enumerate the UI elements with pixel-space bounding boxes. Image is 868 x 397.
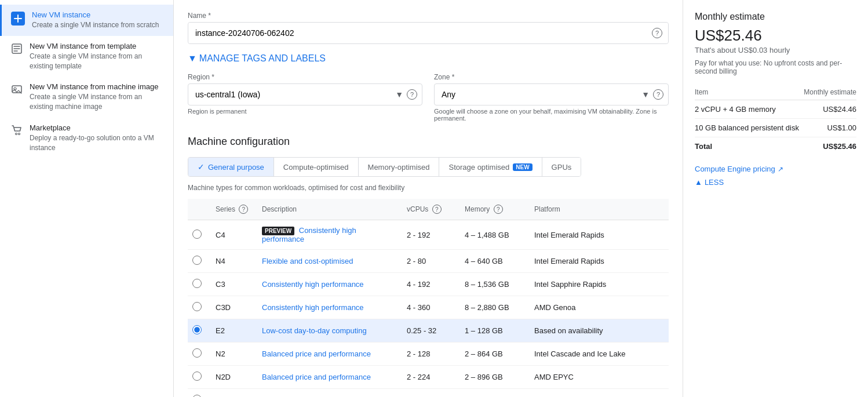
series-name-cell: E2 bbox=[211, 319, 257, 343]
name-input[interactable] bbox=[188, 23, 668, 43]
estimate-item-price: US$24.46 bbox=[802, 100, 856, 119]
name-help-icon[interactable]: ? bbox=[652, 28, 662, 38]
series-name-C4: C4 bbox=[216, 231, 225, 239]
series-name-cell: C3D bbox=[211, 296, 257, 319]
external-link-icon: ↗ bbox=[778, 165, 783, 173]
tab-memory-optimised[interactable]: Memory-optimised bbox=[359, 158, 440, 176]
pricing-link-text: Compute Engine pricing bbox=[695, 165, 775, 173]
description-cell: PREVIEW Consistently high performance bbox=[257, 220, 402, 250]
region-zone-row: Region * us-central1 (Iowa) ▼ ? Region i… bbox=[188, 73, 669, 122]
desc-link-C3D[interactable]: Consistently high performance bbox=[262, 303, 364, 312]
series-radio-T2A[interactable] bbox=[192, 395, 202, 397]
series-name-cell: C4 bbox=[211, 220, 257, 250]
memory-cell: 4 – 1,488 GB bbox=[460, 220, 530, 250]
th-platform: Platform bbox=[530, 199, 669, 220]
platform-cell: Intel Emerald Rapids bbox=[530, 250, 669, 273]
desc-link-N2[interactable]: Balanced price and performance bbox=[262, 349, 371, 358]
zone-label: Zone * bbox=[434, 73, 669, 81]
tab-general-purpose[interactable]: ✓ General purpose bbox=[188, 158, 274, 176]
manage-tags-button[interactable]: ▼ MANAGE TAGS AND LABELS bbox=[188, 53, 669, 64]
tab-compute-optimised[interactable]: Compute-optimised bbox=[274, 158, 359, 176]
desc-link-N4[interactable]: Flexible and cost-optimised bbox=[262, 257, 353, 265]
desc-link-E2[interactable]: Low-cost day-to-day computing bbox=[262, 326, 367, 335]
series-radio-E2[interactable] bbox=[192, 325, 202, 334]
tab-storage-optimised[interactable]: Storage optimised NEW bbox=[439, 158, 542, 176]
zone-select[interactable]: Any bbox=[435, 84, 668, 105]
desc-link-C3[interactable]: Consistently high performance bbox=[262, 280, 364, 289]
svg-point-4 bbox=[19, 133, 20, 134]
description-cell: Scale-out workloads bbox=[257, 389, 402, 398]
sidebar: New VM instance Create a single VM insta… bbox=[0, 0, 174, 397]
memory-cell: 4 – 192 GB bbox=[460, 389, 530, 398]
vcpus-cell: 2 - 80 bbox=[402, 250, 460, 273]
tab-gpus[interactable]: GPUs bbox=[542, 158, 581, 176]
svg-point-3 bbox=[16, 133, 17, 134]
memory-cell: 8 – 2,880 GB bbox=[460, 296, 530, 319]
series-radio-N4[interactable] bbox=[192, 256, 202, 265]
region-label: Region * bbox=[188, 73, 422, 81]
series-name-cell: C3 bbox=[211, 273, 257, 296]
radio-cell bbox=[188, 319, 211, 343]
region-select-wrapper: us-central1 (Iowa) ▼ ? bbox=[188, 83, 422, 105]
new-badge: NEW bbox=[513, 163, 532, 171]
series-radio-C4[interactable] bbox=[192, 230, 202, 239]
platform-cell: Based on availability bbox=[530, 319, 669, 343]
sidebar-item-marketplace-desc: Deploy a ready-to-go solution onto a VM … bbox=[30, 133, 164, 153]
vcpus-cell: 1 - 48 bbox=[402, 389, 460, 398]
vcpus-help-icon[interactable]: ? bbox=[432, 205, 442, 214]
region-hint: Region is permanent bbox=[188, 108, 422, 115]
tab-storage-label: Storage optimised bbox=[448, 163, 509, 172]
series-radio-C3[interactable] bbox=[192, 279, 202, 288]
image-icon bbox=[11, 83, 23, 95]
machine-series-table: Series ? Description vCPUs ? Memory ? Pl… bbox=[188, 199, 669, 397]
table-row: C3D Consistently high performance 4 - 36… bbox=[188, 296, 669, 319]
series-name-cell: N2D bbox=[211, 366, 257, 389]
zone-help-icon[interactable]: ? bbox=[653, 89, 663, 100]
table-row: C3 Consistently high performance 4 - 192… bbox=[188, 273, 669, 296]
tab-compute-label: Compute-optimised bbox=[283, 163, 349, 172]
th-vcpus: vCPUs ? bbox=[402, 199, 460, 220]
series-radio-C3D[interactable] bbox=[192, 302, 202, 311]
zone-hint: Google will choose a zone on your behalf… bbox=[434, 108, 669, 122]
region-select[interactable]: us-central1 (Iowa) bbox=[188, 84, 422, 105]
platform-cell: AMD EPYC bbox=[530, 366, 669, 389]
template-icon bbox=[11, 43, 23, 54]
table-row: N4 Flexible and cost-optimised 2 - 80 4 … bbox=[188, 250, 669, 273]
chevron-up-icon: ▲ bbox=[695, 178, 702, 187]
series-radio-N2D[interactable] bbox=[192, 371, 202, 381]
radio-cell bbox=[188, 366, 211, 389]
right-panel: Monthly estimate US$25.46 That's about U… bbox=[683, 0, 868, 397]
estimate-monthly-header: Monthly estimate bbox=[802, 85, 856, 100]
series-name-C3: C3 bbox=[216, 280, 225, 289]
estimate-item-price: US$1.00 bbox=[802, 119, 856, 137]
radio-cell bbox=[188, 389, 211, 398]
sidebar-item-template-title: New VM instance from template bbox=[30, 42, 164, 50]
less-button[interactable]: ▲ LESS bbox=[695, 178, 856, 187]
region-help-icon[interactable]: ? bbox=[407, 89, 417, 100]
radio-cell bbox=[188, 273, 211, 296]
th-series: Series ? bbox=[211, 199, 257, 220]
series-help-icon[interactable]: ? bbox=[239, 205, 248, 214]
machine-type-tabs: ✓ General purpose Compute-optimised Memo… bbox=[188, 157, 581, 177]
compute-engine-pricing-link[interactable]: Compute Engine pricing ↗ bbox=[695, 165, 856, 173]
sidebar-item-new-vm[interactable]: New VM instance Create a single VM insta… bbox=[0, 5, 173, 36]
series-name-N2D: N2D bbox=[216, 373, 231, 381]
sidebar-item-marketplace-title: Marketplace bbox=[30, 123, 164, 132]
radio-cell bbox=[188, 296, 211, 319]
memory-help-icon[interactable]: ? bbox=[494, 205, 503, 214]
table-row: E2 Low-cost day-to-day computing 0.25 - … bbox=[188, 319, 669, 343]
vcpus-cell: 0.25 - 32 bbox=[402, 319, 460, 343]
less-label: LESS bbox=[705, 178, 724, 187]
series-radio-N2[interactable] bbox=[192, 348, 202, 358]
plus-icon bbox=[11, 12, 25, 26]
series-name-C3D: C3D bbox=[216, 303, 231, 312]
desc-link-N2D[interactable]: Balanced price and performance bbox=[262, 373, 371, 381]
machine-config-title: Machine configuration bbox=[188, 136, 669, 148]
series-name-E2: E2 bbox=[216, 326, 225, 335]
sidebar-item-machine-image[interactable]: New VM instance from machine image Creat… bbox=[0, 77, 173, 118]
zone-select-wrapper: Any ▼ ? bbox=[434, 83, 669, 105]
sidebar-item-vm-template[interactable]: New VM instance from template Create a s… bbox=[0, 36, 173, 77]
tab-gpus-label: GPUs bbox=[552, 163, 572, 172]
sidebar-item-marketplace[interactable]: Marketplace Deploy a ready-to-go solutio… bbox=[0, 118, 173, 159]
description-cell: Consistently high performance bbox=[257, 273, 402, 296]
